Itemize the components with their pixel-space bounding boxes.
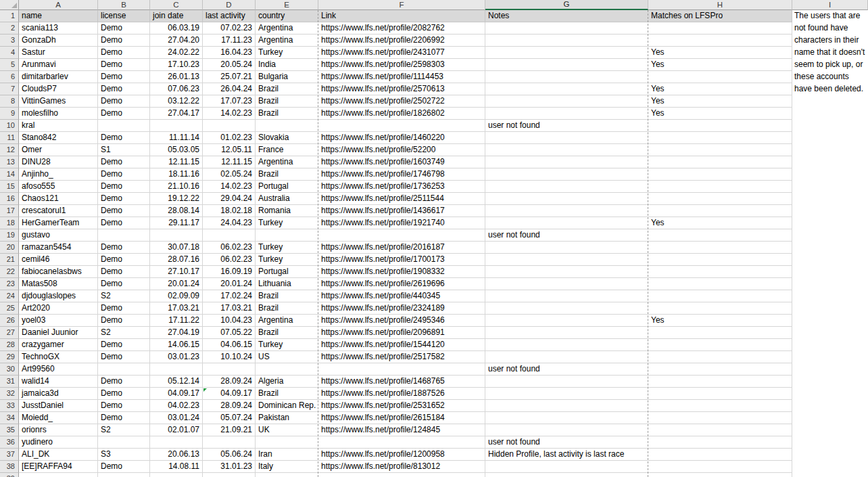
cell-G39[interactable] bbox=[485, 473, 648, 477]
cell-H29[interactable] bbox=[648, 351, 792, 363]
cell-G12[interactable] bbox=[485, 144, 648, 156]
cell-B37[interactable]: S3 bbox=[98, 449, 150, 461]
row-header-6[interactable]: 6 bbox=[0, 71, 19, 83]
cell-H22[interactable] bbox=[648, 266, 792, 278]
cell-E5[interactable]: India bbox=[256, 59, 318, 71]
cell-H4[interactable]: Yes bbox=[648, 47, 792, 59]
cell-C2[interactable]: 06.03.19 bbox=[150, 22, 203, 35]
cell-C35[interactable]: 02.01.07 bbox=[150, 424, 203, 436]
cell-D16[interactable]: 29.04.24 bbox=[203, 193, 256, 205]
cell-I8[interactable] bbox=[792, 95, 868, 108]
row-header-39[interactable]: 39 bbox=[0, 473, 19, 477]
cell-F21[interactable]: https://www.lfs.net/profile/1700173 bbox=[318, 254, 485, 266]
cell-F32[interactable]: https://www.lfs.net/profile/1887526 bbox=[318, 388, 485, 400]
cell-H28[interactable] bbox=[648, 339, 792, 351]
column-header-f[interactable]: F bbox=[318, 0, 485, 10]
cell-H14[interactable] bbox=[648, 168, 792, 181]
cell-I21[interactable] bbox=[792, 254, 868, 266]
cell-C31[interactable]: 05.12.14 bbox=[150, 376, 203, 388]
cell-H39[interactable] bbox=[648, 473, 792, 477]
cell-A25[interactable]: Art2020 bbox=[19, 302, 98, 315]
cell-B1[interactable]: license bbox=[98, 10, 150, 22]
cell-D32[interactable]: 04.09.17 bbox=[203, 388, 256, 400]
cell-I26[interactable] bbox=[792, 315, 868, 327]
row-header-18[interactable]: 18 bbox=[0, 217, 19, 229]
cell-E17[interactable]: Romania bbox=[256, 205, 318, 217]
cell-B24[interactable]: S2 bbox=[98, 290, 150, 302]
cell-H20[interactable] bbox=[648, 242, 792, 254]
row-header-1[interactable]: 1 bbox=[0, 10, 19, 22]
cell-D35[interactable]: 21.09.21 bbox=[203, 424, 256, 436]
cell-C16[interactable]: 19.12.22 bbox=[150, 193, 203, 205]
side-note-line-6[interactable]: these accounts bbox=[792, 71, 868, 83]
cell-E36[interactable] bbox=[256, 436, 318, 449]
cell-H13[interactable] bbox=[648, 156, 792, 168]
cell-D31[interactable]: 28.09.24 bbox=[203, 376, 256, 388]
row-header-16[interactable]: 16 bbox=[0, 193, 19, 205]
cell-I36[interactable] bbox=[792, 436, 868, 449]
cell-H36[interactable] bbox=[648, 436, 792, 449]
side-note-line-7[interactable]: have been deleted. bbox=[792, 83, 868, 95]
row-header-22[interactable]: 22 bbox=[0, 266, 19, 278]
cell-B9[interactable]: Demo bbox=[98, 108, 150, 120]
cell-B39[interactable] bbox=[98, 473, 150, 477]
cell-G38[interactable] bbox=[485, 461, 648, 473]
cell-D28[interactable]: 04.06.15 bbox=[203, 339, 256, 351]
cell-G7[interactable] bbox=[485, 83, 648, 95]
cell-G36[interactable]: user not found bbox=[485, 436, 648, 449]
cell-E9[interactable]: Brazil bbox=[256, 108, 318, 120]
cell-G9[interactable] bbox=[485, 108, 648, 120]
cell-F30[interactable] bbox=[318, 363, 485, 376]
cell-H21[interactable] bbox=[648, 254, 792, 266]
row-header-24[interactable]: 24 bbox=[0, 290, 19, 302]
cell-I13[interactable] bbox=[792, 156, 868, 168]
cell-G18[interactable] bbox=[485, 217, 648, 229]
cell-E8[interactable]: Brazil bbox=[256, 95, 318, 108]
row-header-28[interactable]: 28 bbox=[0, 339, 19, 351]
cell-D37[interactable]: 05.06.24 bbox=[203, 449, 256, 461]
column-header-h[interactable]: H bbox=[648, 0, 792, 10]
cell-F23[interactable]: https://www.lfs.net/profile/2619696 bbox=[318, 278, 485, 290]
cell-D18[interactable]: 24.04.23 bbox=[203, 217, 256, 229]
cell-D38[interactable]: 31.01.23 bbox=[203, 461, 256, 473]
cell-A31[interactable]: walid14 bbox=[19, 376, 98, 388]
cell-A5[interactable]: Arunmavi bbox=[19, 59, 98, 71]
cell-D36[interactable] bbox=[203, 436, 256, 449]
row-header-32[interactable]: 32 bbox=[0, 388, 19, 400]
cell-G28[interactable] bbox=[485, 339, 648, 351]
cell-A9[interactable]: molesfilho bbox=[19, 108, 98, 120]
cell-D15[interactable]: 14.02.23 bbox=[203, 181, 256, 193]
column-header-d[interactable]: D bbox=[203, 0, 256, 10]
cell-H37[interactable] bbox=[648, 449, 792, 461]
cell-E3[interactable]: Argentina bbox=[256, 35, 318, 47]
cell-F22[interactable]: https://www.lfs.net/profile/1908332 bbox=[318, 266, 485, 278]
cell-F9[interactable]: https://www.lfs.net/profile/1826802 bbox=[318, 108, 485, 120]
cell-B35[interactable]: S2 bbox=[98, 424, 150, 436]
cell-F17[interactable]: https://www.lfs.net/profile/1436617 bbox=[318, 205, 485, 217]
row-header-25[interactable]: 25 bbox=[0, 302, 19, 315]
cell-C4[interactable]: 24.02.22 bbox=[150, 47, 203, 59]
cell-E35[interactable]: UK bbox=[256, 424, 318, 436]
cell-I24[interactable] bbox=[792, 290, 868, 302]
cell-E23[interactable]: Lithuania bbox=[256, 278, 318, 290]
cell-E6[interactable]: Bulgaria bbox=[256, 71, 318, 83]
cell-D3[interactable]: 17.11.23 bbox=[203, 35, 256, 47]
cell-D6[interactable]: 25.07.21 bbox=[203, 71, 256, 83]
cell-B21[interactable]: Demo bbox=[98, 254, 150, 266]
cell-H16[interactable] bbox=[648, 193, 792, 205]
cell-F27[interactable]: https://www.lfs.net/profile/2096891 bbox=[318, 327, 485, 339]
cell-C11[interactable]: 11.11.14 bbox=[150, 132, 203, 144]
cell-F7[interactable]: https://www.lfs.net/profile/2570613 bbox=[318, 83, 485, 95]
column-header-e[interactable]: E bbox=[256, 0, 318, 10]
cell-H12[interactable] bbox=[648, 144, 792, 156]
cell-E2[interactable]: Argentina bbox=[256, 22, 318, 35]
row-header-33[interactable]: 33 bbox=[0, 400, 19, 412]
cell-G31[interactable] bbox=[485, 376, 648, 388]
cell-G4[interactable] bbox=[485, 47, 648, 59]
cell-A4[interactable]: Sastur bbox=[19, 47, 98, 59]
cell-I39[interactable] bbox=[792, 473, 868, 477]
cell-C25[interactable]: 17.03.21 bbox=[150, 302, 203, 315]
cell-F12[interactable]: https://www.lfs.net/profile/52200 bbox=[318, 144, 485, 156]
cell-A8[interactable]: VittinGames bbox=[19, 95, 98, 108]
cell-H11[interactable] bbox=[648, 132, 792, 144]
